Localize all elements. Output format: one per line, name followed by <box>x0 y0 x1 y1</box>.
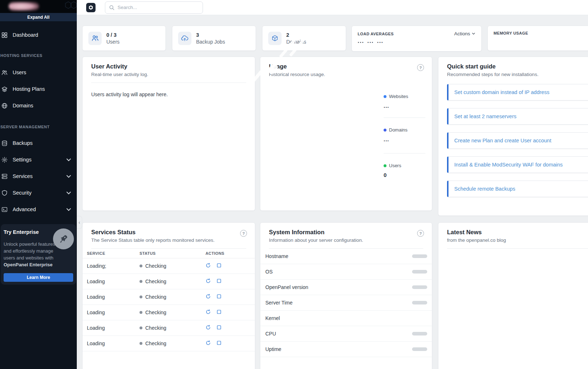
value-placeholder <box>412 347 427 351</box>
sysinfo-label: OpenPanel version <box>265 284 308 290</box>
sidebar-item-hosting-plans[interactable]: Hosting Plans <box>0 81 77 97</box>
main-content: ‹ 0 / 3 Users 3 Backup Jobs <box>77 15 588 369</box>
panel-title: Latest News <box>447 229 588 236</box>
try-enterprise-card: Try Enterprise Unlock powerful features … <box>1 224 76 285</box>
status-badge: Checking <box>145 341 166 346</box>
chevron-down-icon <box>472 32 476 36</box>
legend-item-websites: Websites ... <box>384 88 425 117</box>
sidebar-item-backups[interactable]: Backups <box>0 135 77 151</box>
status-dot <box>140 295 142 298</box>
restart-service-icon[interactable] <box>205 325 211 330</box>
stop-service-icon[interactable] <box>216 294 222 299</box>
legend-label: Domains <box>389 127 407 133</box>
restart-service-icon[interactable] <box>205 309 211 315</box>
sidebar-item-label: Dashboard <box>13 32 38 38</box>
service-name: Loading; <box>83 263 140 269</box>
divider <box>269 248 423 249</box>
stop-service-icon[interactable] <box>216 340 222 346</box>
panel-subtitle: Real-time user activity log. <box>91 72 246 77</box>
column-header-service: SERVICE <box>83 251 140 255</box>
stop-service-icon[interactable] <box>216 263 222 268</box>
service-name: Loading <box>83 279 140 284</box>
sysinfo-label: OS <box>265 269 273 275</box>
user-activity-empty-message: Users activity log will appear here. <box>83 83 255 106</box>
restart-service-icon[interactable] <box>205 278 211 284</box>
stop-service-icon[interactable] <box>216 309 222 315</box>
value-placeholder <box>412 285 427 289</box>
users-icon <box>1 70 8 76</box>
rocket-icon <box>53 228 74 249</box>
status-dot <box>140 280 142 283</box>
panel-title: System Information <box>269 229 423 236</box>
service-name: Loading <box>83 341 140 346</box>
restart-service-icon[interactable] <box>205 340 211 346</box>
table-row: Loading; Checking <box>83 258 255 274</box>
sidebar-item-advanced[interactable]: Advanced <box>0 201 77 218</box>
panel-subtitle: Recommended steps for new installations. <box>447 72 588 77</box>
sidebar-item-settings[interactable]: Settings <box>0 151 77 168</box>
load-averages-values: ......... <box>352 36 481 44</box>
table-row: Loading Checking <box>83 320 255 336</box>
stat-card-domains: 2 Domains <box>262 26 346 51</box>
value-placeholder <box>412 332 427 335</box>
latest-news-panel: Latest News from the openpanel.co blog <box>438 222 588 369</box>
stat-card-backup-jobs: 3 Backup Jobs <box>172 26 256 51</box>
blurred-logo <box>9 2 39 11</box>
status-dot <box>140 264 142 267</box>
hexagon-pattern: ⬡⬡ <box>65 0 75 10</box>
help-icon[interactable]: ? <box>417 64 424 71</box>
stat-label: Users <box>106 39 120 45</box>
restart-service-icon[interactable] <box>205 263 211 268</box>
service-name: Loading <box>83 325 140 331</box>
quickstart-link-modsecurity[interactable]: Install & Enable ModSecurity WAF for dom… <box>447 156 588 173</box>
legend-value: ... <box>384 103 425 109</box>
load-5m: ... <box>367 38 374 44</box>
help-icon[interactable]: ? <box>240 230 247 237</box>
status-dot <box>140 342 142 345</box>
table-row: Loading Checking <box>83 336 255 351</box>
list-item: Hostname <box>260 249 432 264</box>
sysinfo-label: Hostname <box>265 253 288 259</box>
learn-more-button[interactable]: Learn More <box>4 273 73 282</box>
help-icon[interactable]: ? <box>417 230 424 237</box>
sidebar-item-users[interactable]: Users <box>0 64 77 81</box>
system-information-panel: System Information Information about you… <box>260 222 432 369</box>
expand-all-button[interactable]: Expand All <box>0 13 77 21</box>
stop-service-icon[interactable] <box>216 278 222 284</box>
restart-service-icon[interactable] <box>205 294 211 299</box>
status-badge: Checking <box>145 263 166 269</box>
sidebar-item-dashboard[interactable]: Dashboard <box>0 27 77 43</box>
stat-value: 0 / 3 <box>106 32 120 38</box>
legend-label: Users <box>389 163 401 168</box>
stat-value: 2 <box>286 32 306 38</box>
sidebar-item-domains[interactable]: Domains <box>0 97 77 114</box>
panel-subtitle: from the openpanel.co blog <box>447 237 588 243</box>
legend-dot <box>384 95 386 98</box>
quickstart-link-custom-domain[interactable]: Set custom domain instead of IP address <box>447 84 588 101</box>
sidebar-collapse-handle[interactable]: ‹ <box>77 216 82 229</box>
sidebar-item-security[interactable]: Security <box>0 184 77 201</box>
quickstart-link-nameservers[interactable]: Set at least 2 nameservers <box>447 108 588 125</box>
legend-value: ... <box>384 136 425 142</box>
actions-dropdown[interactable]: Actions <box>454 31 476 36</box>
stat-label: Domains <box>286 39 306 45</box>
stat-label: Backup Jobs <box>196 39 225 45</box>
quickstart-link-label: Create new Plan and create User account <box>454 138 551 143</box>
quickstart-link-create-plan[interactable]: Create new Plan and create User account <box>447 132 588 149</box>
globe-icon <box>1 103 8 109</box>
quickstart-link-remote-backups[interactable]: Schedule remote Backups <box>447 181 588 197</box>
status-badge: Checking <box>145 279 166 284</box>
gear-icon <box>1 157 8 163</box>
chevron-down-icon <box>66 190 72 196</box>
panel-title: User Activity <box>91 63 246 70</box>
legend-dot <box>384 129 386 132</box>
openpanel-logo[interactable] <box>86 3 96 12</box>
redacted-logo-area: ⬡⬡ <box>0 0 77 13</box>
search-input[interactable] <box>105 1 203 14</box>
memory-usage-card: MEMORY USAGE <box>487 26 588 51</box>
search-icon <box>109 5 115 10</box>
sidebar-item-services[interactable]: Services <box>0 168 77 184</box>
stop-service-icon[interactable] <box>216 325 222 330</box>
list-item: Kernel <box>260 311 432 326</box>
sysinfo-label: Uptime <box>265 346 281 352</box>
